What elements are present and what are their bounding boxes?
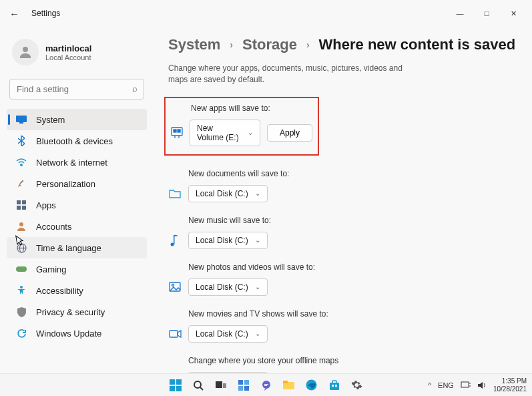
sidebar-item-label: Accounts xyxy=(36,222,71,232)
clock[interactable]: 1:35 PM 10/28/2021 xyxy=(493,377,527,393)
highlight-box: New apps will save to:New Volume (E:)⌄Ap… xyxy=(164,97,319,156)
maximize-button[interactable]: □ xyxy=(473,3,500,23)
sidebar-item-time-language[interactable]: Time & language xyxy=(7,237,147,258)
apply-button[interactable]: Apply xyxy=(267,124,312,142)
chevron-down-icon: ⌄ xyxy=(255,330,260,337)
svg-point-3 xyxy=(21,164,22,166)
svg-rect-50 xyxy=(461,382,469,387)
drive-dropdown[interactable]: Local Disk (C:)⌄ xyxy=(188,232,268,249)
search-box[interactable]: ⌕ xyxy=(9,79,144,100)
sidebar-item-privacy-security[interactable]: Privacy & security xyxy=(7,301,147,323)
svg-rect-13 xyxy=(16,266,27,272)
system-icon xyxy=(16,114,27,125)
sidebar-item-apps[interactable]: Apps xyxy=(7,194,147,216)
svg-rect-7 xyxy=(17,206,21,210)
taskview-icon[interactable] xyxy=(214,379,228,392)
setting-label: New photos and videos will save to: xyxy=(188,262,516,272)
store-icon[interactable] xyxy=(328,379,341,392)
document-icon xyxy=(168,187,182,200)
explorer-icon[interactable] xyxy=(282,379,296,392)
volume-icon[interactable] xyxy=(477,381,487,389)
nav-list: SystemBluetooth & devicesNetwork & inter… xyxy=(7,109,147,344)
accessibility-icon xyxy=(16,285,27,296)
titlebar: ← Settings — □ ✕ xyxy=(0,0,532,27)
dropdown-value: Local Disk (C:) xyxy=(196,189,248,198)
svg-rect-44 xyxy=(283,381,288,383)
svg-point-14 xyxy=(20,286,23,288)
drive-dropdown[interactable]: New Volume (E:)⌄ xyxy=(190,120,260,146)
language-indicator[interactable]: ENG xyxy=(438,381,454,389)
search-icon[interactable] xyxy=(192,379,205,392)
start-button[interactable] xyxy=(169,379,182,392)
sidebar-item-label: Accessibility xyxy=(36,286,83,296)
widgets-icon[interactable] xyxy=(237,379,250,392)
svg-rect-36 xyxy=(238,380,243,385)
setting-label: New movies and TV shows will save to: xyxy=(188,309,516,319)
setting-group: New music will save to:Local Disk (C:)⌄ xyxy=(168,216,516,249)
main-content: System › Storage › Where new content is … xyxy=(152,27,532,375)
setting-group: New movies and TV shows will save to:Loc… xyxy=(168,309,516,343)
settings-icon[interactable] xyxy=(350,379,364,392)
music-icon xyxy=(168,234,182,247)
svg-rect-35 xyxy=(223,383,226,388)
drive-dropdown[interactable]: Local Disk (C:)⌄ xyxy=(188,325,268,343)
sidebar-item-system[interactable]: System xyxy=(7,109,147,130)
game-icon xyxy=(16,264,27,274)
close-button[interactable]: ✕ xyxy=(500,3,527,23)
tray-chevron-icon[interactable]: ^ xyxy=(428,381,431,389)
drive-dropdown[interactable]: Local Disk (C:)⌄ xyxy=(188,278,268,296)
setting-label: New music will save to: xyxy=(188,216,516,225)
sidebar-item-network-internet[interactable]: Network & internet xyxy=(7,152,147,173)
chat-icon[interactable] xyxy=(260,379,273,392)
svg-point-20 xyxy=(171,242,174,246)
account-type: Local Account xyxy=(45,53,91,61)
account-name: martinlocal xyxy=(45,43,91,53)
bluetooth-icon xyxy=(16,136,27,146)
shield-icon xyxy=(16,307,27,317)
sidebar-item-windows-update[interactable]: Windows Update xyxy=(7,323,147,344)
apps-icon xyxy=(16,200,27,210)
system-tray[interactable]: ^ ENG 1:35 PM 10/28/2021 xyxy=(428,377,527,393)
chevron-down-icon: ⌄ xyxy=(248,129,253,136)
svg-point-0 xyxy=(23,47,28,52)
setting-group: New photos and videos will save to:Local… xyxy=(168,262,516,296)
svg-point-9 xyxy=(19,222,23,226)
window-controls: — □ ✕ xyxy=(447,3,527,23)
svg-rect-8 xyxy=(22,206,26,210)
drive-dropdown[interactable]: Local Disk (C:)⌄ xyxy=(188,185,268,202)
svg-rect-38 xyxy=(238,386,243,391)
svg-rect-49 xyxy=(335,385,337,387)
svg-rect-37 xyxy=(244,380,249,385)
svg-rect-34 xyxy=(216,381,222,388)
sidebar-item-bluetooth-devices[interactable]: Bluetooth & devices xyxy=(7,130,147,152)
search-icon: ⌕ xyxy=(132,83,138,93)
back-button[interactable]: ← xyxy=(5,5,23,22)
sidebar-item-accounts[interactable]: Accounts xyxy=(7,216,147,237)
svg-rect-31 xyxy=(176,386,182,391)
sidebar-item-gaming[interactable]: Gaming xyxy=(7,258,147,280)
network-icon[interactable] xyxy=(461,381,471,389)
svg-rect-39 xyxy=(244,386,249,391)
breadcrumb-storage[interactable]: Storage xyxy=(242,36,297,53)
account-card[interactable]: martinlocal Local Account xyxy=(7,29,147,77)
svg-rect-28 xyxy=(170,379,175,385)
update-icon xyxy=(16,328,27,339)
search-input[interactable] xyxy=(9,79,144,100)
breadcrumb-system[interactable]: System xyxy=(168,36,220,53)
edge-icon[interactable] xyxy=(305,379,318,392)
setting-group: Change where you store your offline maps… xyxy=(168,356,516,375)
svg-rect-42 xyxy=(264,385,267,386)
sidebar-item-label: Network & internet xyxy=(36,158,107,168)
sidebar-item-label: Bluetooth & devices xyxy=(36,136,113,146)
setting-group: New documents will save to:Local Disk (C… xyxy=(168,169,516,202)
user-icon xyxy=(16,221,27,232)
sidebar: martinlocal Local Account ⌕ SystemBlueto… xyxy=(0,27,152,375)
svg-rect-17 xyxy=(178,130,180,132)
wifi-icon xyxy=(16,157,27,168)
svg-rect-41 xyxy=(264,384,268,385)
minimize-button[interactable]: — xyxy=(447,3,473,23)
sidebar-item-accessibility[interactable]: Accessibility xyxy=(7,280,147,301)
sidebar-item-personalization[interactable]: Personalization xyxy=(7,173,147,194)
video-icon xyxy=(168,327,182,341)
svg-rect-5 xyxy=(17,200,21,204)
